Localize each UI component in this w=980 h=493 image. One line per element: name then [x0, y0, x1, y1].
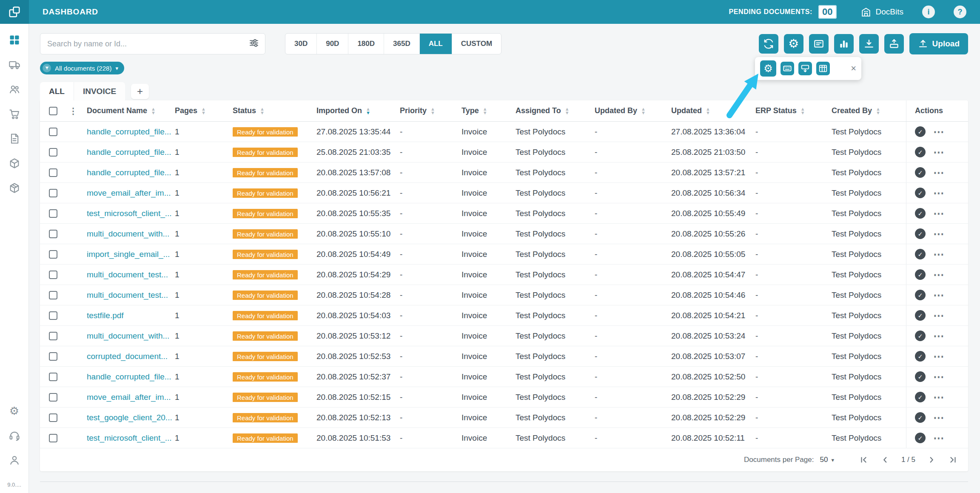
document-link[interactable]: handle_corrupted_file... [87, 168, 171, 177]
tab-invoice[interactable]: INVOICE [74, 82, 125, 100]
document-link[interactable]: test_microsoft_client_... [87, 433, 172, 442]
sort-icons[interactable]: ▲▼ [801, 107, 805, 115]
info-icon[interactable]: i [922, 6, 935, 18]
popover-close-button[interactable]: × [851, 64, 856, 73]
archive-button[interactable] [884, 34, 904, 54]
row-menu-icon[interactable]: ⋯ [933, 228, 944, 239]
column-header-status[interactable]: Status ▲▼ [233, 106, 316, 115]
validate-document-icon[interactable]: ✓ [915, 310, 926, 321]
row-menu-icon[interactable]: ⋯ [933, 392, 944, 403]
add-tab-button[interactable]: + [131, 84, 149, 99]
filter-90d-button[interactable]: 90D [316, 34, 348, 54]
analytics-button[interactable] [834, 34, 854, 54]
sidebar-item-profile[interactable] [9, 454, 20, 466]
select-all-checkbox[interactable] [49, 107, 57, 115]
document-link[interactable]: move_email_after_im... [87, 393, 171, 402]
card-view-button[interactable] [809, 34, 829, 54]
validate-document-icon[interactable]: ✓ [915, 126, 926, 137]
document-link[interactable]: import_single_email_... [87, 250, 170, 259]
sort-icons[interactable]: ▲▼ [430, 107, 435, 115]
row-menu-icon[interactable]: ⋯ [933, 188, 944, 199]
validate-document-icon[interactable]: ✓ [915, 392, 926, 402]
per-page-select[interactable]: 50 ▾ [820, 456, 834, 464]
last-page-button[interactable] [948, 455, 958, 465]
validate-document-icon[interactable]: ✓ [915, 228, 926, 239]
document-link[interactable]: handle_corrupted_file... [87, 148, 171, 157]
row-menu-icon[interactable]: ⋯ [933, 167, 944, 178]
row-menu-icon[interactable]: ⋯ [933, 412, 944, 423]
first-page-button[interactable] [859, 455, 869, 465]
row-menu-icon[interactable]: ⋯ [933, 351, 944, 362]
validate-document-icon[interactable]: ✓ [915, 208, 926, 219]
sidebar-item-products[interactable] [9, 157, 20, 169]
sidebar-item-shipments[interactable] [9, 59, 20, 71]
row-menu-icon[interactable]: ⋯ [933, 310, 944, 321]
document-link[interactable]: handle_corrupted_file... [87, 372, 171, 381]
sidebar-item-orders[interactable] [9, 108, 20, 120]
row-checkbox[interactable] [49, 332, 57, 340]
sidebar-item-contacts[interactable] [9, 83, 20, 95]
filter-all-button[interactable]: ALL [419, 34, 452, 54]
row-checkbox[interactable] [49, 148, 57, 157]
all-documents-filter-pill[interactable]: All documents (228) ▾ [40, 62, 124, 74]
row-checkbox[interactable] [49, 128, 57, 136]
row-checkbox[interactable] [49, 209, 57, 218]
document-link[interactable]: multi_document_test... [87, 291, 168, 299]
column-header-created-by[interactable]: Created By ▲▼ [832, 106, 906, 115]
column-header-document-name[interactable]: Document Name ▲▼ [87, 106, 175, 115]
column-header-priority[interactable]: Priority ▲▼ [400, 106, 462, 115]
row-checkbox[interactable] [49, 250, 57, 259]
filter-custom-button[interactable]: CUSTOM [452, 34, 501, 54]
sort-icons[interactable]: ▲▼ [201, 107, 206, 115]
column-header-updated-by[interactable]: Updated By ▲▼ [595, 106, 671, 115]
row-menu-icon[interactable]: ⋯ [933, 331, 944, 342]
popover-card-export-button[interactable] [798, 62, 812, 75]
previous-page-button[interactable] [880, 455, 890, 465]
sync-button[interactable] [759, 34, 778, 54]
row-menu-icon[interactable]: ⋯ [933, 371, 944, 382]
document-link[interactable]: test_google_client_20... [87, 413, 172, 422]
row-menu-icon[interactable]: ⋯ [933, 147, 944, 158]
validate-document-icon[interactable]: ✓ [915, 351, 926, 362]
row-menu-icon[interactable]: ⋯ [933, 433, 944, 444]
help-icon[interactable]: ? [954, 6, 966, 18]
filter-365d-button[interactable]: 365D [384, 34, 419, 54]
validate-document-icon[interactable]: ✓ [915, 249, 926, 259]
settings-button[interactable]: ⚙ [784, 34, 803, 54]
column-header-pages[interactable]: Pages ▲▼ [175, 106, 233, 115]
row-checkbox[interactable] [49, 413, 57, 422]
row-checkbox[interactable] [49, 291, 57, 299]
popover-keyboard-button[interactable] [781, 62, 794, 75]
row-menu-icon[interactable]: ⋯ [933, 208, 944, 219]
document-link[interactable]: test_microsoft_client_... [87, 209, 172, 218]
row-checkbox[interactable] [49, 230, 57, 238]
validate-document-icon[interactable]: ✓ [915, 188, 926, 198]
row-menu-icon[interactable]: ⋯ [933, 269, 944, 280]
row-checkbox[interactable] [49, 393, 57, 402]
document-link[interactable]: multi_document_with... [87, 229, 169, 238]
sidebar-item-dashboard[interactable] [9, 34, 20, 46]
filter-sliders-icon[interactable] [249, 38, 259, 50]
row-menu-icon[interactable]: ⋯ [933, 249, 944, 260]
sort-icons[interactable]: ▲▼ [483, 107, 487, 115]
column-header-imported-on[interactable]: Imported On ▲▼ [316, 106, 400, 115]
column-header-assigned-to[interactable]: Assigned To ▲▼ [516, 106, 595, 115]
sort-icons[interactable]: ▲▼ [706, 107, 710, 115]
document-link[interactable]: multi_document_with... [87, 331, 169, 340]
sort-icons[interactable]: ▲▼ [876, 107, 880, 115]
popover-table-columns-button[interactable] [816, 62, 830, 75]
document-link[interactable]: testfile.pdf [87, 311, 124, 320]
app-logo[interactable] [0, 0, 29, 24]
row-checkbox[interactable] [49, 271, 57, 279]
column-header-updated[interactable]: Updated ▲▼ [671, 106, 755, 115]
row-checkbox[interactable] [49, 168, 57, 177]
header-options-icon[interactable]: ⋮ [69, 106, 87, 116]
row-checkbox[interactable] [49, 311, 57, 320]
row-menu-icon[interactable]: ⋯ [933, 126, 944, 137]
search-input[interactable] [47, 40, 249, 48]
validate-document-icon[interactable]: ✓ [915, 167, 926, 178]
sort-icons[interactable]: ▲▼ [260, 107, 265, 115]
column-header-type[interactable]: Type ▲▼ [462, 106, 516, 115]
sort-icons[interactable]: ▲▼ [641, 107, 646, 115]
row-checkbox[interactable] [49, 189, 57, 197]
